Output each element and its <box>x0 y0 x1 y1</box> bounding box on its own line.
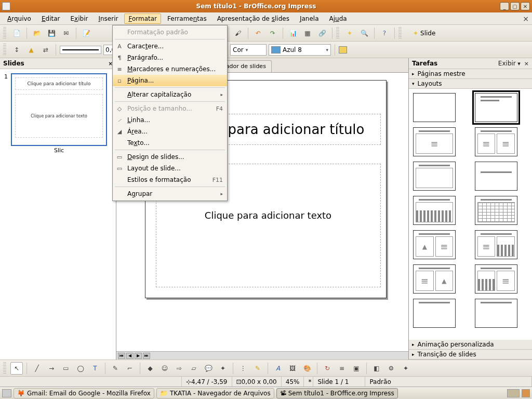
toolbar-handle[interactable] <box>3 362 6 375</box>
section-transicao[interactable]: Transição de slides <box>409 350 532 360</box>
menu-apresentacao[interactable]: Apresentação de slides <box>213 14 294 24</box>
chart-button[interactable]: 📊 <box>287 27 299 39</box>
connector-tool[interactable]: ⌐ <box>124 362 136 375</box>
arrange-tool[interactable]: ▣ <box>350 362 363 375</box>
layout-titleonly[interactable] <box>413 162 456 191</box>
highlight-button[interactable]: ▲ <box>25 44 37 56</box>
layout-blank[interactable] <box>413 93 456 122</box>
arrow-toggle[interactable]: ↕ <box>10 44 23 56</box>
layout-text-chart[interactable] <box>475 230 517 259</box>
layout-two-content[interactable] <box>475 127 517 156</box>
minimize-button[interactable]: _ <box>500 2 509 10</box>
mitem-linha[interactable]: ⟋Linha... <box>113 114 227 126</box>
mitem-capitalizacao[interactable]: Alterar capitalização▸ <box>113 89 227 100</box>
paintbrush-icon[interactable]: 🖌 <box>232 27 244 39</box>
mitem-paragrafo[interactable]: ¶Parágrafo... <box>113 52 227 63</box>
section-layouts[interactable]: Layouts <box>409 79 532 89</box>
extrusion-tool[interactable]: ◧ <box>370 362 383 375</box>
table-button[interactable]: ▦ <box>301 27 314 39</box>
exibir-link[interactable]: Exibir ▾ × <box>498 60 529 67</box>
select-tool[interactable]: ↖ <box>10 362 23 375</box>
task-firefox[interactable]: 🦊Gmail: Email do Google - Mozilla Firefo… <box>14 388 154 398</box>
prev-slide-button[interactable]: ◀ <box>126 353 134 359</box>
rect-tool[interactable]: ▭ <box>60 362 72 375</box>
open-button[interactable]: 📂 <box>31 27 43 39</box>
curve-tool[interactable]: ✎ <box>109 362 122 375</box>
zoom-button[interactable]: 🔍 <box>358 27 370 39</box>
show-desktop-button[interactable] <box>2 389 11 397</box>
align-tool[interactable]: ≡ <box>336 362 348 375</box>
fill-type-select[interactable]: Cor ▾ <box>230 44 267 56</box>
mitem-posicao[interactable]: ◇Posição e tamanho...F4 <box>113 103 227 114</box>
layout-text-img[interactable] <box>413 264 456 294</box>
mitem-estilos[interactable]: Estilos e formataçãoF11 <box>113 174 227 185</box>
animation-tool[interactable]: ✦ <box>400 362 412 375</box>
layout-img-text[interactable] <box>413 230 456 259</box>
mitem-texto[interactable]: Texto... <box>113 137 227 149</box>
mitem-marcadores[interactable]: ≡Marcadores e numerações... <box>113 63 227 75</box>
points-tool[interactable]: ⋮ <box>237 362 249 375</box>
menu-ajuda[interactable]: Ajuda <box>325 14 351 24</box>
ellipse-tool[interactable]: ◯ <box>74 362 87 375</box>
new-doc-button[interactable]: 📄 <box>10 27 23 39</box>
mitem-caractere[interactable]: ACaractere... <box>113 41 227 52</box>
horizontal-scrollbar[interactable]: ⏮ ◀ ▶ ⏭ <box>116 351 408 360</box>
arrow-tool[interactable]: → <box>45 362 58 375</box>
layout-title-content[interactable] <box>475 93 517 122</box>
save-button[interactable]: 💾 <box>45 27 58 39</box>
section-paginas-mestre[interactable]: Páginas mestre <box>409 69 532 79</box>
menu-editar[interactable]: Editar <box>37 14 64 24</box>
next-slide-button[interactable]: ▶ <box>135 353 142 359</box>
layout-centered[interactable] <box>475 162 517 191</box>
basic-shapes[interactable]: ◆ <box>144 362 156 375</box>
last-slide-button[interactable]: ⏭ <box>143 353 150 359</box>
maximize-button[interactable]: ▢ <box>510 2 520 10</box>
line-tool[interactable]: ╱ <box>31 362 43 375</box>
toolbar-handle[interactable] <box>398 27 402 39</box>
task-nautilus[interactable]: 📁TKATIA - Navegador de Arquivos <box>156 388 274 398</box>
toolbar-handle[interactable] <box>3 27 6 39</box>
menu-arquivo[interactable]: Arquivo <box>3 14 35 24</box>
shadow-button[interactable] <box>339 46 347 54</box>
menu-exibir[interactable]: Exibir <box>66 14 92 24</box>
layout-partial1[interactable] <box>413 299 456 328</box>
mitem-area[interactable]: ◢Área... <box>113 126 227 137</box>
arrows-button[interactable]: ⇄ <box>39 44 52 56</box>
toolbar-handle[interactable] <box>3 44 6 56</box>
menu-ferramentas[interactable]: Ferramentas <box>163 14 211 24</box>
undo-button[interactable]: ↶ <box>252 27 264 39</box>
layout-partial2[interactable] <box>475 299 517 328</box>
toolbar-handle[interactable] <box>336 27 339 39</box>
workspace-switcher[interactable] <box>507 389 520 397</box>
status-zoom[interactable]: 45% <box>282 377 304 387</box>
trash-icon[interactable] <box>522 389 530 397</box>
close-button[interactable]: ✕ <box>521 2 530 10</box>
slide-button[interactable]: ✦ Slide <box>410 29 438 38</box>
stars[interactable]: ✦ <box>217 362 229 375</box>
layout-title-bullets[interactable] <box>413 127 456 156</box>
mitem-pagina[interactable]: ▫Página... <box>113 75 227 86</box>
star-button[interactable]: ✦ <box>343 27 356 39</box>
from-file-tool[interactable]: 🖼 <box>286 362 299 375</box>
mitem-design-slides[interactable]: ▭Design de slides... <box>113 151 227 163</box>
slide-thumbnail-1[interactable]: Clique para adicionar título Clique para… <box>11 73 107 146</box>
task-impress[interactable]: 📽Sem título1 - BrOffice.org Impress <box>276 388 398 398</box>
layout-chart-text[interactable] <box>475 264 517 294</box>
menu-formatar[interactable]: Formatar <box>124 14 161 24</box>
interaction-tool[interactable]: ⚙ <box>385 362 397 375</box>
hyperlink-button[interactable]: 🔗 <box>316 27 328 39</box>
first-slide-button[interactable]: ⏮ <box>118 353 125 359</box>
gallery-tool[interactable]: 🎨 <box>301 362 313 375</box>
slides-list[interactable]: 1 Clique para adicionar título Clique pa… <box>0 69 116 360</box>
callouts[interactable]: 💬 <box>202 362 215 375</box>
email-button[interactable]: ✉ <box>60 27 72 39</box>
mitem-agrupar[interactable]: Agrupar▸ <box>113 188 227 200</box>
text-tool[interactable]: T <box>89 362 101 375</box>
doc-close-icon[interactable]: × <box>523 15 529 23</box>
layout-table[interactable] <box>475 196 517 225</box>
section-animacao[interactable]: Animação personalizada <box>409 340 532 350</box>
mitem-layout-slide[interactable]: ▭Layout de slide... <box>113 163 227 174</box>
menu-inserir[interactable]: Inserir <box>94 14 122 24</box>
edit-button[interactable]: 📝 <box>80 27 92 39</box>
redo-button[interactable]: ↷ <box>267 27 279 39</box>
